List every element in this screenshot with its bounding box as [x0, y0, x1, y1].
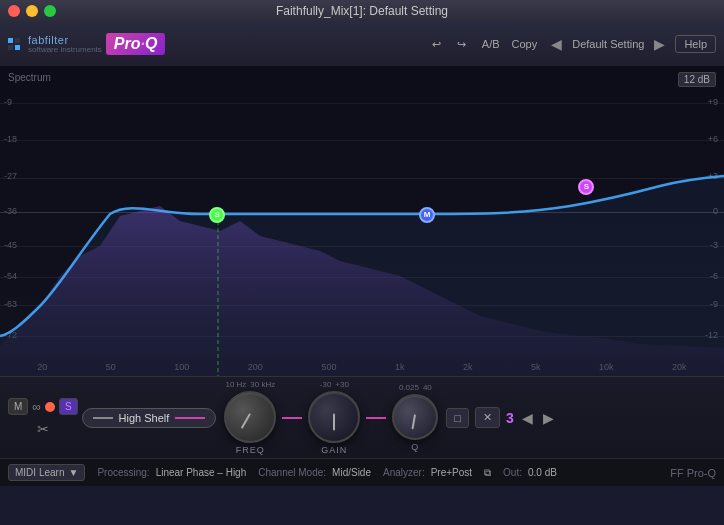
gain-knob-group: -30 +30 GAIN: [308, 380, 360, 455]
proq-logo: Pro·Q: [106, 33, 166, 55]
filter-type-label: High Shelf: [119, 412, 170, 424]
freq-500: 500: [321, 362, 336, 372]
midi-learn-button[interactable]: MIDI Learn ▼: [8, 464, 85, 481]
copy-button[interactable]: Copy: [508, 36, 542, 52]
freq-labels: 20 50 100 200 500 1k 2k 5k 10k 20k: [0, 362, 724, 372]
next-preset-button[interactable]: ▶: [652, 34, 667, 54]
midi-learn-arrow: ▼: [68, 467, 78, 478]
ab-button[interactable]: A/B: [478, 36, 504, 52]
knob-dash-1: [282, 417, 302, 419]
out-label: Out:: [503, 467, 522, 478]
band-switches: M ∞ S: [8, 398, 78, 415]
ab-section: A/B Copy: [478, 36, 541, 52]
knobs-area: 10 Hz 30 kHz FREQ -30 +30 GAIN 0.025: [224, 380, 438, 455]
eq-node-3[interactable]: S: [578, 179, 594, 195]
gain-range: -30 +30: [320, 380, 349, 389]
right-controls: □ ✕ 3 ◀ ▶: [446, 407, 555, 428]
q-label: Q: [411, 442, 419, 452]
freq-knob-group: 10 Hz 30 kHz FREQ: [224, 380, 276, 455]
freq-20k: 20k: [672, 362, 687, 372]
q-max: 40: [423, 383, 432, 392]
title-bar: Faithfully_Mix[1]: Default Setting: [0, 0, 724, 22]
filter-dash-right: [175, 417, 205, 419]
band-number: 3: [506, 410, 514, 426]
band-left-controls: M ∞ S ✂: [8, 398, 78, 437]
output-button[interactable]: □: [446, 408, 469, 428]
eq-svg: [0, 66, 724, 376]
freq-2k: 2k: [463, 362, 473, 372]
eq-area: Spectrum 12 dB -9 +9 -18 +6 -27 +3 -36 0…: [0, 66, 724, 376]
out-item: Out: 0.0 dB: [503, 467, 557, 478]
knob-dash-2: [366, 417, 386, 419]
maximize-button[interactable]: [44, 5, 56, 17]
freq-range: 10 Hz 30 kHz: [225, 380, 275, 389]
logo-dot-4: [15, 45, 20, 50]
next-band-button[interactable]: ▶: [541, 408, 556, 428]
gain-min: -30: [320, 380, 332, 389]
freq-knob[interactable]: [224, 391, 276, 443]
preset-area: Default Setting: [572, 38, 644, 50]
freq-min: 10 Hz: [225, 380, 246, 389]
top-bar: fabfilter software instruments Pro·Q ↩ ↪…: [0, 22, 724, 66]
close-button[interactable]: [8, 5, 20, 17]
q-range: 0.025 40: [399, 383, 432, 392]
brand-sub: software instruments: [28, 46, 102, 54]
channel-mode-item: Channel Mode: Mid/Side: [258, 467, 371, 478]
remove-band-button[interactable]: ✕: [475, 407, 500, 428]
plugin-name: FF Pro-Q: [670, 467, 716, 479]
eq-node-1[interactable]: S: [209, 207, 225, 223]
analyzer-label: Analyzer:: [383, 467, 425, 478]
freq-label: FREQ: [236, 445, 265, 455]
loop-icon: ∞: [32, 400, 41, 414]
q-min: 0.025: [399, 383, 419, 392]
toolbar-controls: ↩ ↪ A/B Copy ◀ Default Setting ▶ Help: [428, 34, 716, 54]
logo-dot-1: [8, 38, 13, 43]
logo-dot-3: [8, 45, 13, 50]
freq-10k: 10k: [599, 362, 614, 372]
prev-preset-button[interactable]: ◀: [549, 34, 564, 54]
redo-button[interactable]: ↪: [453, 36, 470, 53]
channel-value[interactable]: Mid/Side: [332, 467, 371, 478]
logo-dot-2: [15, 38, 20, 43]
preset-name: Default Setting: [572, 38, 644, 50]
minimize-button[interactable]: [26, 5, 38, 17]
undo-button[interactable]: ↩: [428, 36, 445, 53]
window-title: Faithfully_Mix[1]: Default Setting: [276, 4, 448, 18]
gain-label: GAIN: [321, 445, 347, 455]
brand-text: fabfilter software instruments: [28, 35, 102, 54]
control-bar: M ∞ S ✂ High Shelf 10 Hz 30 kHz FREQ: [0, 376, 724, 458]
channel-label: Channel Mode:: [258, 467, 326, 478]
filter-type-selector[interactable]: High Shelf: [82, 408, 217, 428]
processing-value[interactable]: Linear Phase – High: [156, 467, 247, 478]
freq-200: 200: [248, 362, 263, 372]
copy-icon[interactable]: ⧉: [484, 467, 491, 479]
freq-max: 30 kHz: [250, 380, 275, 389]
analyzer-item: Analyzer: Pre+Post: [383, 467, 472, 478]
q-knob[interactable]: [392, 394, 438, 440]
gain-knob[interactable]: [308, 391, 360, 443]
m-button[interactable]: M: [8, 398, 28, 415]
logo-area: fabfilter software instruments Pro·Q: [8, 33, 165, 55]
freq-20: 20: [37, 362, 47, 372]
freq-1k: 1k: [395, 362, 405, 372]
prev-band-button[interactable]: ◀: [520, 408, 535, 428]
processing-label: Processing:: [97, 467, 149, 478]
logo-grid: [8, 38, 20, 50]
brand-name: fabfilter: [28, 35, 102, 46]
processing-item: Processing: Linear Phase – High: [97, 467, 246, 478]
status-bar: MIDI Learn ▼ Processing: Linear Phase – …: [0, 458, 724, 486]
eq-node-2[interactable]: M: [419, 207, 435, 223]
freq-50: 50: [106, 362, 116, 372]
active-dot: [45, 402, 55, 412]
out-value: 0.0 dB: [528, 467, 557, 478]
freq-5k: 5k: [531, 362, 541, 372]
freq-100: 100: [174, 362, 189, 372]
gain-max: +30: [335, 380, 349, 389]
midi-learn-label: MIDI Learn: [15, 467, 64, 478]
analyzer-value[interactable]: Pre+Post: [431, 467, 472, 478]
scissors-icon[interactable]: ✂: [37, 421, 49, 437]
filter-dash-left: [93, 417, 113, 419]
s-button[interactable]: S: [59, 398, 78, 415]
help-button[interactable]: Help: [675, 35, 716, 53]
traffic-lights: [8, 5, 56, 17]
